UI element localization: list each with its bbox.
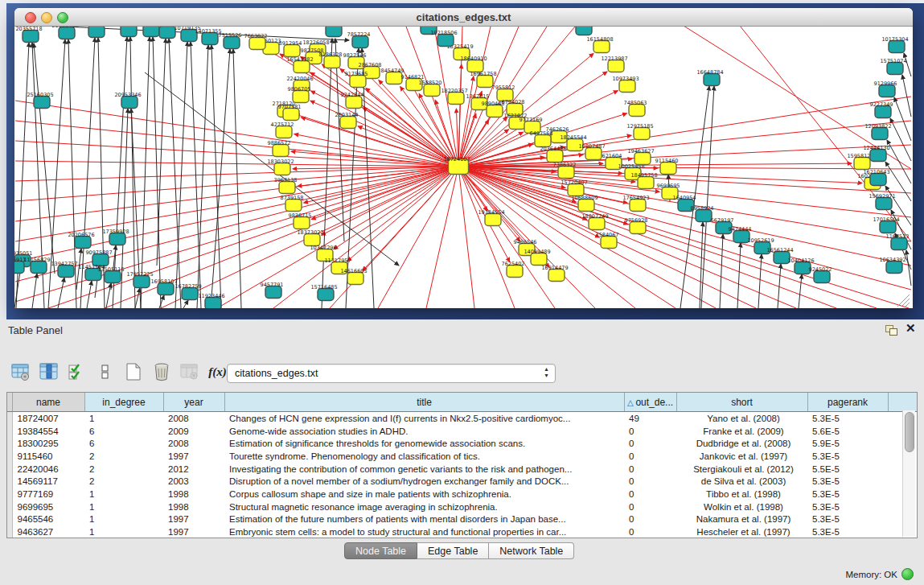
graph-node[interactable]: 19218506 — [430, 30, 457, 47]
table-row[interactable]: 969969511998Structural magnetic resonanc… — [7, 501, 917, 513]
graph-node[interactable]: 9227349 — [870, 101, 893, 118]
graph-node[interactable]: 12213987 — [601, 56, 627, 72]
graph-node[interactable]: 19463627 — [627, 148, 654, 165]
graph-node[interactable]: 17359928 — [102, 229, 129, 245]
table-row[interactable]: 946554611997Estimation of the future num… — [7, 513, 917, 526]
graph-node[interactable]: 4275712 — [271, 122, 294, 138]
graph-node[interactable]: 2803144 — [335, 112, 359, 129]
graph-node[interactable]: 9886572 — [268, 140, 291, 157]
table-row[interactable]: 1456911722003Disruption of a novel membe… — [7, 475, 917, 488]
table-row[interactable]: 1938455462009Genome-wide association stu… — [7, 425, 917, 438]
graph-node[interactable]: 7386322 — [553, 162, 577, 179]
resize-grip-icon[interactable] — [906, 303, 910, 307]
graph-node[interactable]: 9175685 — [345, 71, 368, 88]
table-row[interactable]: 911546021997Tourette syndrome. Phenomeno… — [7, 450, 917, 463]
table-row[interactable]: 1830029562008Estimation of significance … — [7, 437, 917, 450]
close-traffic-light-icon[interactable] — [25, 12, 36, 23]
table-settings-icon[interactable] — [8, 360, 33, 385]
graph-node[interactable]: 8739158 — [281, 195, 304, 212]
graph-node[interactable]: 18640910 — [460, 56, 487, 72]
tab-node-table[interactable]: Node Table — [344, 542, 417, 559]
graph-node[interactable]: 25160305 — [27, 92, 53, 109]
graph-node[interactable]: 10634392 — [879, 257, 906, 274]
network-canvas[interactable]: 1832541918640910169617587955812136261518… — [14, 27, 913, 308]
graph-node[interactable]: 10653287 — [113, 27, 140, 37]
new-file-icon[interactable] — [121, 360, 146, 385]
graph-node[interactable]: 13942757 — [51, 261, 77, 278]
select-all-icon[interactable] — [64, 360, 89, 385]
graph-node[interactable]: 9115460 — [655, 158, 679, 175]
graph-node[interactable]: 20355718 — [15, 27, 42, 43]
graph-node[interactable]: 9836715 — [289, 212, 312, 229]
delete-icon[interactable] — [149, 360, 174, 385]
zoom-traffic-light-icon[interactable] — [57, 12, 68, 23]
graph-node[interactable]: 8912954 — [279, 40, 302, 57]
graph-node[interactable]: 10175304 — [881, 36, 908, 53]
graph-node[interactable]: 1167533 — [886, 233, 910, 250]
graph-node[interactable]: 20953346 — [114, 92, 141, 109]
float-panel-icon[interactable] — [885, 325, 897, 336]
graph-node[interactable]: 20364486 — [540, 146, 566, 163]
tab-network-table[interactable]: Network Table — [489, 542, 574, 559]
column-header-in_degree[interactable]: in_degree — [84, 393, 163, 412]
graph-node[interactable]: 14616605 — [340, 268, 367, 285]
graph-node[interactable]: 16958107 — [150, 278, 177, 295]
column-header-short[interactable]: short — [676, 393, 807, 412]
graph-node[interactable]: 10973493 — [612, 76, 639, 93]
graph-node[interactable]: 15751074 — [880, 58, 906, 75]
graph-node[interactable]: 16543382 — [286, 56, 313, 73]
graph-node[interactable]: 16648784 — [696, 69, 723, 86]
table-row[interactable]: 2242004622012Investigating the contribut… — [7, 463, 917, 476]
close-panel-icon[interactable]: ✕ — [906, 321, 916, 336]
column-header-name[interactable]: name — [12, 393, 84, 412]
graph-node[interactable]: 7857224 — [347, 31, 371, 48]
graph-node[interactable]: 14099489 — [524, 249, 550, 266]
graph-node[interactable]: 7663822 — [244, 33, 268, 50]
graph-node[interactable]: 18220357 — [441, 88, 467, 105]
column-header-pagerank[interactable]: pagerank — [807, 393, 888, 412]
table-header-row[interactable]: namein_degreeyeartitle△ out_de...shortpa… — [7, 393, 917, 412]
graph-node[interactable]: 15716485 — [310, 284, 337, 301]
graph-node[interactable]: 7515526 — [219, 32, 242, 49]
graph-node[interactable]: 12093822 — [864, 123, 891, 140]
graph-node[interactable]: 16154808 — [586, 36, 613, 53]
column-header-title[interactable]: title — [224, 393, 624, 412]
graph-node[interactable]: 7485063 — [624, 100, 647, 117]
minimize-traffic-light-icon[interactable] — [41, 12, 52, 23]
column-header-out_de[interactable]: △ out_de... — [624, 393, 676, 412]
memory-status-icon[interactable] — [901, 568, 914, 580]
vertical-scrollbar[interactable] — [902, 410, 915, 537]
graph-node[interactable]: 16033809 — [318, 27, 345, 37]
graph-node[interactable]: 9129966 — [874, 80, 897, 97]
column-header-year[interactable]: year — [163, 393, 224, 412]
table-row[interactable]: 1872400712008Changes of HCN gene express… — [7, 412, 917, 425]
table-row[interactable]: 946362711997Embryonic stem cells: a mode… — [7, 525, 917, 538]
graph-node[interactable]: 9242844 — [341, 92, 364, 109]
graph-node[interactable]: 19384554 — [478, 209, 504, 226]
graph-node[interactable]: 9756928 — [625, 217, 648, 234]
graph-node[interactable]: 17016504 — [873, 216, 899, 233]
graph-node[interactable]: 16914479 — [541, 265, 568, 282]
graph-node[interactable]: 9457791 — [261, 282, 284, 299]
graph-node[interactable]: 20206576 — [68, 232, 94, 249]
tab-edge-table[interactable]: Edge Table — [417, 542, 489, 559]
graph-node[interactable]: 29317481 — [81, 27, 108, 38]
graph-node[interactable]: 11923446 — [198, 293, 224, 308]
graph-node[interactable]: 3967138 — [274, 177, 298, 194]
table-row[interactable]: 977716911998Corpus callosum shape and si… — [7, 488, 917, 501]
resize-grip-icon[interactable] — [901, 299, 910, 307]
show-columns-icon[interactable] — [36, 360, 61, 385]
graph-node[interactable]: 15692971 — [869, 193, 895, 210]
graph-node[interactable]: 7625402 — [502, 261, 525, 278]
graph-node[interactable]: 7584067 — [596, 232, 619, 249]
graph-node[interactable]: 20691406 — [51, 27, 78, 39]
graph-node[interactable]: 10807487 — [578, 143, 605, 160]
table-selector-dropdown[interactable]: citations_edges.txt ▲▼ — [227, 364, 556, 383]
graph-node[interactable]: 8186328 — [319, 51, 343, 68]
graph-node[interactable]: 12975185 — [626, 123, 653, 140]
window-titlebar[interactable]: citations_edges.txt — [14, 8, 913, 27]
graph-node[interactable]: 18373022 — [297, 229, 323, 246]
graph-node[interactable]: 9245022 — [809, 266, 832, 283]
clear-selection-icon[interactable] — [92, 360, 117, 385]
scrollbar-thumb[interactable] — [905, 412, 914, 452]
